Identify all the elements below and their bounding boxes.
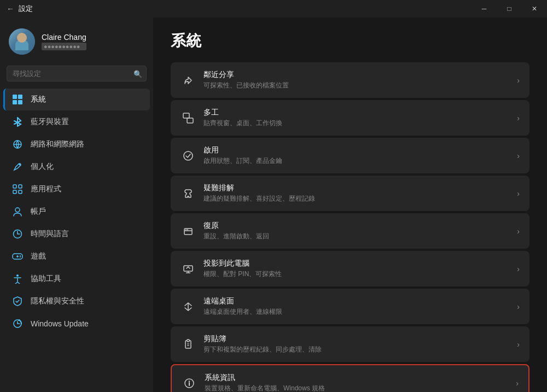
settings-arrow-activation: › xyxy=(517,151,520,160)
settings-item-remote-desktop[interactable]: 遠端桌面 遠端桌面使用者、連線權限 › xyxy=(171,289,529,324)
svg-rect-1 xyxy=(18,95,22,99)
sidebar-item-network[interactable]: 網路和網際網路 xyxy=(3,133,150,155)
sidebar-item-time[interactable]: 時間與語言 xyxy=(3,223,150,245)
svg-rect-22 xyxy=(187,118,193,123)
svg-point-39 xyxy=(189,381,190,382)
svg-rect-9 xyxy=(13,190,16,194)
svg-point-16 xyxy=(20,255,21,256)
sidebar-item-system[interactable]: 系統 xyxy=(3,89,150,110)
settings-item-activation[interactable]: 啟用 啟用狀態、訂閱、產品金鑰 › xyxy=(171,138,529,173)
nav-label-system: 系統 xyxy=(31,95,46,104)
page-title: 系統 xyxy=(171,31,529,51)
sidebar-item-apps[interactable]: 應用程式 xyxy=(3,178,150,200)
nav-icon-system xyxy=(12,94,23,105)
nav-label-privacy: 隱私權與安全性 xyxy=(31,296,84,306)
svg-rect-10 xyxy=(19,190,22,194)
search-input[interactable] xyxy=(7,66,147,81)
settings-text-clipboard: 剪貼簿 剪下和複製的歷程紀錄、同步處理、清除 xyxy=(203,334,513,354)
sidebar-item-personalization[interactable]: 個人化 xyxy=(3,156,150,178)
sidebar-item-privacy[interactable]: 隱私權與安全性 xyxy=(3,290,150,312)
sidebar-item-bluetooth[interactable]: 藍牙與裝置 xyxy=(3,111,150,133)
settings-subtitle-activation: 啟用狀態、訂閱、產品金鑰 xyxy=(203,156,513,166)
settings-text-projection: 投影到此電腦 權限、配對 PIN、可探索性 xyxy=(203,259,513,279)
user-email: ●●●●●●●●●● xyxy=(42,43,86,50)
titlebar-left: ← 設定 xyxy=(7,4,33,14)
sidebar-item-accessibility[interactable]: 協助工具 xyxy=(3,268,150,290)
settings-title-activation: 啟用 xyxy=(203,145,513,155)
svg-point-6 xyxy=(19,163,21,166)
settings-item-clipboard[interactable]: 剪貼簿 剪下和複製的歷程紀錄、同步處理、清除 › xyxy=(171,326,529,362)
settings-icon-troubleshoot xyxy=(181,186,196,201)
settings-arrow-nearby-share: › xyxy=(517,76,520,85)
settings-text-activation: 啟用 啟用狀態、訂閱、產品金鑰 xyxy=(203,145,513,166)
settings-item-projection[interactable]: 投影到此電腦 權限、配對 PIN、可探索性 › xyxy=(171,251,529,286)
close-button[interactable]: ✕ xyxy=(522,0,547,17)
svg-line-31 xyxy=(188,267,190,268)
nav-label-network: 網路和網際網路 xyxy=(31,139,84,149)
settings-subtitle-remote-desktop: 遠端桌面使用者、連線權限 xyxy=(203,307,513,317)
nav-label-gaming: 遊戲 xyxy=(31,251,46,261)
nav-label-personalization: 個人化 xyxy=(31,162,54,172)
settings-title-multitasking: 多工 xyxy=(203,108,513,118)
sidebar-item-accounts[interactable]: 帳戶 xyxy=(3,201,150,223)
nav-icon-personalization xyxy=(12,161,23,172)
svg-point-17 xyxy=(20,256,21,258)
sidebar-item-gaming[interactable]: 遊戲 xyxy=(3,245,150,267)
nav-label-apps: 應用程式 xyxy=(31,184,61,194)
settings-subtitle-troubleshoot: 建議的疑難排解、喜好設定、歷程記錄 xyxy=(203,194,513,203)
nav-label-time: 時間與語言 xyxy=(31,229,69,239)
settings-text-multitasking: 多工 貼齊視窗、桌面、工作切換 xyxy=(203,108,513,128)
settings-title-nearby-share: 鄰近分享 xyxy=(203,70,513,80)
settings-list: 鄰近分享 可探索性、已接收的檔案位置 › 多工 貼齊視窗、桌面、工作切換 › 啟… xyxy=(171,62,529,392)
settings-text-recovery: 復原 重設、進階啟動、返回 xyxy=(203,221,513,241)
main-content: 系統 鄰近分享 可探索性、已接收的檔案位置 › 多工 貼齊視窗、桌面、工作切換 … xyxy=(153,17,547,392)
maximize-button[interactable]: □ xyxy=(497,0,522,17)
user-info: Claire Chang ●●●●●●●●●● xyxy=(42,33,86,50)
settings-text-remote-desktop: 遠端桌面 遠端桌面使用者、連線權限 xyxy=(203,296,513,317)
sidebar-item-windows-update[interactable]: Windows Update xyxy=(3,313,150,335)
svg-rect-0 xyxy=(13,95,17,99)
nav-icon-accessibility xyxy=(12,273,23,284)
minimize-button[interactable]: ─ xyxy=(472,0,497,17)
settings-icon-multitasking xyxy=(181,110,196,126)
settings-title-clipboard: 剪貼簿 xyxy=(203,334,513,344)
settings-icon-clipboard xyxy=(181,337,196,352)
settings-arrow-system-info: › xyxy=(516,379,519,388)
search-box: 🔍 xyxy=(7,66,147,81)
settings-arrow-troubleshoot: › xyxy=(517,189,520,198)
nav-icon-gaming xyxy=(12,251,23,262)
settings-title-projection: 投影到此電腦 xyxy=(203,259,513,268)
settings-title-system-info: 系統資訊 xyxy=(205,373,511,383)
settings-subtitle-system-info: 裝置規格、重新命名電腦、Windows 規格 xyxy=(205,384,511,392)
settings-item-troubleshoot[interactable]: 疑難排解 建議的疑難排解、喜好設定、歷程記錄 › xyxy=(171,175,529,211)
app-title: 設定 xyxy=(19,4,33,14)
settings-icon-system-info xyxy=(182,376,197,391)
nav-list: 系統 藍牙與裝置 網路和網際網路 個人化 應用程式 帳戶 時間與語言 遊戲 協助… xyxy=(0,88,153,335)
settings-icon-projection xyxy=(181,261,196,277)
settings-item-nearby-share[interactable]: 鄰近分享 可探索性、已接收的檔案位置 › xyxy=(171,62,529,98)
back-button[interactable]: ← xyxy=(7,4,14,13)
settings-subtitle-projection: 權限、配對 PIN、可探索性 xyxy=(203,270,513,279)
user-section[interactable]: Claire Chang ●●●●●●●●●● xyxy=(0,17,153,63)
settings-item-system-info[interactable]: 系統資訊 裝置規格、重新命名電腦、Windows 規格 › xyxy=(171,364,529,392)
sidebar: Claire Chang ●●●●●●●●●● 🔍 系統 藍牙與裝置 網路和網際… xyxy=(0,17,153,392)
svg-rect-21 xyxy=(183,113,189,118)
settings-title-troubleshoot: 疑難排解 xyxy=(203,183,513,193)
settings-title-remote-desktop: 遠端桌面 xyxy=(203,296,513,306)
settings-icon-remote-desktop xyxy=(181,299,196,314)
settings-item-multitasking[interactable]: 多工 貼齊視窗、桌面、工作切換 › xyxy=(171,100,529,136)
svg-rect-2 xyxy=(13,100,17,104)
avatar-image xyxy=(9,28,35,55)
search-icon: 🔍 xyxy=(133,69,142,78)
titlebar: ← 設定 ─ □ ✕ xyxy=(0,0,547,17)
nav-label-accounts: 帳戶 xyxy=(31,207,46,217)
settings-text-nearby-share: 鄰近分享 可探索性、已接收的檔案位置 xyxy=(203,70,513,90)
settings-title-recovery: 復原 xyxy=(203,221,513,231)
svg-point-11 xyxy=(15,208,20,212)
svg-rect-8 xyxy=(19,185,22,188)
settings-arrow-recovery: › xyxy=(517,227,520,236)
settings-subtitle-clipboard: 剪下和複製的歷程紀錄、同步處理、清除 xyxy=(203,345,513,354)
settings-item-recovery[interactable]: 復原 重設、進階啟動、返回 › xyxy=(171,213,529,249)
svg-rect-3 xyxy=(18,100,22,104)
svg-point-25 xyxy=(185,229,187,230)
